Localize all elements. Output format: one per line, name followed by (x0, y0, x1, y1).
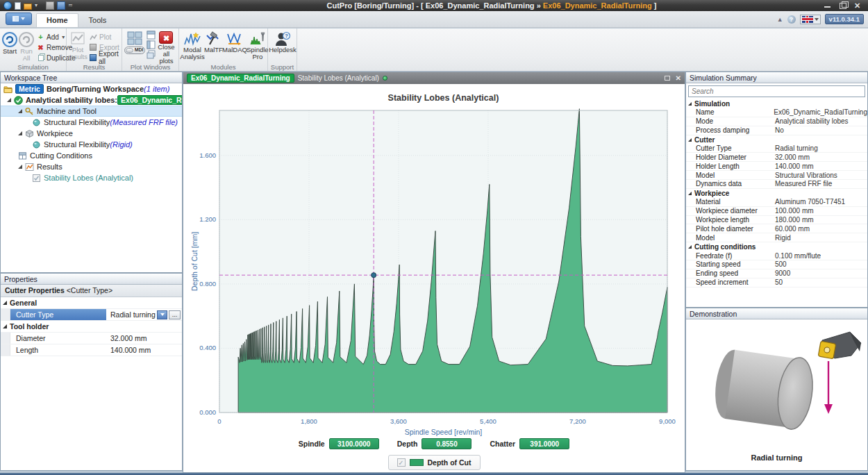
tree-item[interactable]: Structural Flexibility (Measured FRF fil… (1, 117, 182, 128)
search-input[interactable] (688, 85, 865, 97)
tree-item[interactable]: Structural Flexibility (Rigid) (1, 139, 182, 150)
summary-row[interactable]: ModelStructural Vibrations (686, 171, 867, 180)
summary-row-value: 32.000 mm (775, 153, 867, 161)
summary-row[interactable]: Pilot hole diameter60.000 mm (686, 224, 867, 233)
property-row-diameter[interactable]: Diameter 32.000 mm (1, 333, 182, 344)
collapse-ribbon-icon[interactable]: ▲ (777, 16, 783, 23)
tree-expander-icon[interactable] (7, 98, 11, 102)
mdi-toggle[interactable]: MDI (124, 47, 145, 54)
split-vertical-icon[interactable] (147, 40, 156, 49)
close-plot-icon[interactable]: ✕ (676, 75, 681, 82)
modal-analysis-button[interactable]: Modal Analysis (181, 30, 204, 63)
run-all-button[interactable]: Run All (18, 30, 35, 63)
property-row-length[interactable]: Length 140.000 mm (1, 344, 182, 356)
start-button[interactable]: Start (1, 30, 18, 63)
tree-item[interactable]: Cutting Conditions (1, 150, 182, 161)
tab-tools[interactable]: Tools (78, 13, 117, 27)
properties-subheader: Cutter Properties <Cutter Type> (1, 285, 182, 297)
plot-results-button[interactable]: Plot results (68, 30, 87, 63)
close-all-plots-button[interactable]: ✖ Close all plots (156, 30, 177, 63)
maltf-icon (205, 31, 222, 47)
restore-icon[interactable] (839, 2, 847, 9)
mdi-windows-button[interactable]: MDI (124, 30, 147, 63)
diameter-value[interactable]: 32.000 mm (106, 334, 182, 342)
readout-value[interactable]: 391.0000 (519, 438, 569, 449)
close-icon[interactable]: ✕ (854, 2, 862, 9)
open-dropdown-caret-icon[interactable]: ▾ (35, 1, 43, 10)
open-folder-icon[interactable] (24, 3, 32, 10)
language-selector[interactable] (800, 15, 821, 24)
cutter-type-dropdown-button[interactable] (157, 310, 167, 319)
help-icon[interactable]: ? (787, 15, 796, 24)
summary-row[interactable]: Speed increment50 (686, 278, 867, 288)
tab-home[interactable]: Home (36, 13, 78, 27)
maltf-button[interactable]: MalTF (204, 30, 223, 63)
export-all-button[interactable]: Export all (87, 53, 122, 62)
app-logo-icon[interactable] (3, 1, 12, 10)
demonstration-caption: Radial turning (686, 453, 867, 462)
spindle-pro-button[interactable]: Spindle Pro (247, 30, 269, 63)
summary-row[interactable]: NameEx06_Dynamic_RadialTurning (686, 108, 867, 117)
customize-toolbar-icon[interactable]: ≂ (68, 1, 76, 10)
summary-group-row[interactable]: Cutting conditions (686, 242, 867, 251)
tree-item[interactable]: Analytical stability lobes: Ex06_Dynamic… (1, 94, 182, 106)
readout-value[interactable]: 3100.0000 (329, 438, 379, 449)
svg-text:Stability Lobes (Analytical): Stability Lobes (Analytical) (388, 93, 499, 103)
summary-row[interactable]: ModelRigid (686, 233, 867, 242)
cutter-type-value[interactable]: Radial turning ... (106, 310, 182, 319)
summary-row[interactable]: Holder Diameter32.000 mm (686, 153, 867, 162)
save-icon[interactable] (46, 1, 54, 10)
plot-tab-title[interactable]: Stability Lobes (Analytical) (298, 74, 379, 82)
summary-row[interactable]: Feedrate (f)0.100 mm/flute (686, 251, 867, 260)
readout-label: Depth (397, 440, 418, 448)
summary-group-row[interactable]: Cutter (686, 135, 867, 144)
tree-item[interactable]: Machine and Tool (1, 106, 182, 117)
cutter-type-browse-button[interactable]: ... (169, 310, 181, 319)
tree-expander-icon[interactable] (18, 131, 22, 135)
summary-row[interactable]: Ending speed9000 (686, 269, 867, 278)
legend-swatch-icon (410, 459, 424, 466)
tree-expander-icon[interactable] (18, 165, 22, 169)
split-horizontal-icon[interactable] (147, 31, 156, 40)
property-row-cutter-type[interactable]: Cutter Type Radial turning ... (1, 309, 182, 321)
tree-item[interactable]: Workpiece (1, 128, 182, 139)
tree-item[interactable]: MetricBoring/Turning Workspace (1 item) (1, 83, 182, 94)
tree-item[interactable]: Results (1, 161, 182, 172)
summary-group-label: Simulation (694, 100, 730, 108)
tree-item[interactable]: Stability Lobes (Analytical) (1, 172, 182, 183)
plot-tab-simulation-badge[interactable]: Ex06_Dynamic_RadialTurning (187, 74, 294, 83)
legend-checkbox-icon[interactable]: ✓ (397, 458, 406, 467)
summary-row[interactable]: Workpiece length180.000 mm (686, 216, 867, 225)
summary-row[interactable]: Cutter TypeRadial turning (686, 144, 867, 153)
save-all-icon[interactable] (57, 1, 65, 10)
property-group-general[interactable]: General (1, 297, 182, 309)
cascade-windows-icon[interactable] (147, 50, 156, 59)
stability-chart[interactable]: 01,8003,6005,4007,2009,0000.0000.4000.80… (183, 84, 685, 437)
summary-row-label: Speed increment (686, 278, 775, 286)
length-value[interactable]: 140.000 mm (106, 346, 182, 354)
new-document-icon[interactable] (15, 2, 21, 10)
summary-row[interactable]: Workpiece diameter100.000 mm (686, 207, 867, 216)
svg-text:0.000: 0.000 (199, 408, 216, 416)
summary-row[interactable]: Dynamics dataMeasured FRF file (686, 180, 867, 189)
float-window-icon[interactable] (665, 76, 670, 81)
summary-group-row[interactable]: Simulation (686, 99, 867, 108)
language-caret-icon (815, 18, 819, 21)
summary-group-row[interactable]: Workpiece (686, 189, 867, 198)
plot-button[interactable]: Plot (87, 32, 122, 42)
helpdesk-button[interactable]: ? Helpdesk (269, 30, 296, 63)
tree-expander-icon[interactable] (18, 109, 22, 113)
ribbon-tab-row: Home Tools ▲ ? v11.0.34.1 (0, 11, 868, 28)
summary-row[interactable]: ModeAnalytical stability lobes (686, 117, 867, 126)
readout-value[interactable]: 0.8550 (422, 438, 471, 449)
quick-access-toolbar: ▾ ≂ (0, 1, 160, 10)
property-group-tool-holder[interactable]: Tool holder (1, 321, 182, 333)
application-menu-button[interactable] (6, 12, 32, 25)
summary-row[interactable]: MaterialAluminum 7050-T7451 (686, 198, 867, 207)
summary-row[interactable]: Holder Length140.000 mm (686, 162, 867, 171)
summary-row[interactable]: Process dampingNo (686, 126, 867, 135)
legend-item-depth-of-cut[interactable]: ✓ Depth of Cut (388, 455, 481, 470)
minimize-icon[interactable] (824, 2, 832, 9)
summary-row[interactable]: Starting speed500 (686, 260, 867, 269)
maldaq-button[interactable]: MalDAQ (223, 30, 247, 63)
